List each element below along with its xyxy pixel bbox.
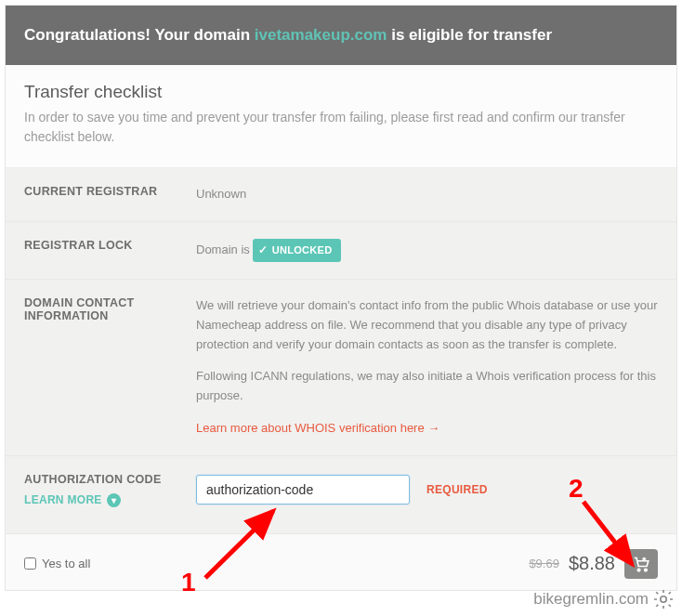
learn-more-text: LEARN MORE — [24, 493, 102, 506]
row-current-registrar: CURRENT REGISTRAR Unknown — [6, 168, 676, 222]
contact-value: We will retrieve your domain's contact i… — [196, 296, 658, 439]
banner-suffix: is eligible for transfer — [387, 26, 552, 44]
svg-point-0 — [637, 569, 640, 571]
required-label: REQUIRED — [426, 481, 488, 499]
footer-bar: Yes to all $9.69 $8.88 — [6, 534, 676, 590]
check-icon: ✓ — [258, 242, 268, 259]
yes-to-all-option[interactable]: Yes to all — [24, 557, 90, 570]
auth-value-col: REQUIRED — [196, 473, 658, 507]
whois-learn-more-link[interactable]: Learn more about WHOIS verification here… — [196, 421, 439, 435]
chevron-down-icon: ▾ — [107, 493, 121, 507]
registrar-label: CURRENT REGISTRAR — [24, 185, 196, 204]
contact-p1: We will retrieve your domain's contact i… — [196, 296, 658, 354]
intro-heading: Transfer checklist — [24, 82, 658, 102]
badge-text: UNLOCKED — [272, 242, 333, 259]
add-to-cart-button[interactable] — [624, 549, 658, 579]
svg-point-4 — [661, 596, 666, 602]
lock-value: Domain is ✓ UNLOCKED — [196, 239, 658, 262]
cart-plus-icon — [632, 556, 650, 572]
authorization-code-input[interactable] — [196, 475, 410, 505]
learn-more-button[interactable]: LEARN MORE ▾ — [24, 493, 121, 507]
lock-label: REGISTRAR LOCK — [24, 239, 196, 262]
auth-label: AUTHORIZATION CODE — [24, 473, 196, 486]
banner-prefix: Congratulations! Your domain — [24, 26, 255, 44]
watermark-text: bikegremlin.com — [533, 590, 649, 609]
banner-domain: ivetamakeup.com — [255, 26, 387, 44]
svg-point-1 — [645, 569, 648, 571]
price-block: $9.69 $8.88 — [529, 549, 658, 579]
intro-desc: In order to save you time and prevent yo… — [24, 108, 658, 147]
registrar-value: Unknown — [196, 185, 658, 204]
new-price: $8.88 — [569, 553, 615, 574]
lock-prefix: Domain is — [196, 242, 253, 256]
row-registrar-lock: REGISTRAR LOCK Domain is ✓ UNLOCKED — [6, 222, 676, 280]
watermark: bikegremlin.com — [533, 588, 675, 610]
annotation-number-2: 2 — [569, 474, 584, 504]
contact-label: DOMAIN CONTACT INFORMATION — [24, 296, 196, 439]
yes-to-all-label: Yes to all — [42, 557, 90, 570]
unlocked-badge: ✓ UNLOCKED — [253, 239, 341, 262]
eligibility-banner: Congratulations! Your domain ivetamakeup… — [6, 6, 676, 65]
row-contact-info: DOMAIN CONTACT INFORMATION We will retri… — [6, 280, 676, 456]
auth-label-col: AUTHORIZATION CODE LEARN MORE ▾ — [24, 473, 196, 507]
contact-p2: Following ICANN regulations, we may also… — [196, 367, 658, 406]
yes-to-all-checkbox[interactable] — [24, 557, 36, 570]
intro-section: Transfer checklist In order to save you … — [6, 65, 676, 168]
gear-icon — [652, 588, 675, 610]
annotation-number-1: 1 — [181, 568, 196, 597]
old-price: $9.69 — [529, 557, 559, 570]
